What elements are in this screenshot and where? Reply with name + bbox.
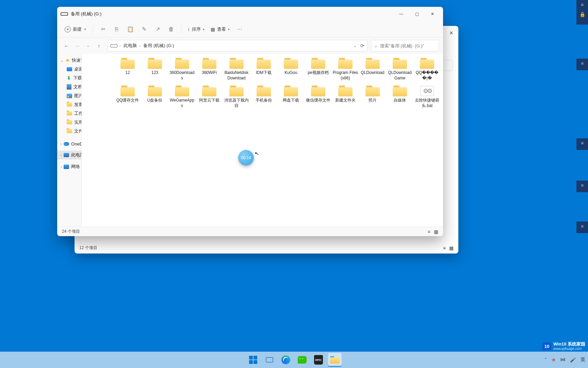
file-item[interactable]: BaiduNetdiskDownload [223, 56, 250, 82]
view-dropdown[interactable]: ▦ 查看 ▾ [208, 24, 232, 34]
file-item[interactable]: IDM下载 [250, 56, 277, 82]
details-view-icon[interactable]: ≡ [443, 245, 446, 251]
sidebar-item-folder[interactable]: 工作总结及书面材料 [57, 109, 81, 118]
refresh-button[interactable]: ⟳ [360, 43, 364, 48]
file-item[interactable]: pe视频存档 [305, 56, 331, 82]
close-button[interactable]: ✕ [425, 7, 440, 21]
file-explorer-icon [330, 356, 340, 364]
file-label: KuGou [278, 70, 304, 76]
search-box[interactable]: ⌕ [371, 40, 439, 51]
file-item[interactable]: QLDownload [359, 56, 386, 82]
minimize-button[interactable]: — [393, 7, 409, 21]
rename-button[interactable]: ✎ [137, 23, 150, 35]
forward-button[interactable]: → [72, 41, 82, 51]
cut-button[interactable]: ✂ [97, 23, 110, 35]
file-item[interactable]: Program Files (x86) [332, 56, 359, 82]
file-label: 12 [115, 70, 141, 76]
epic-button[interactable]: EPIC [312, 353, 325, 367]
titlebar[interactable]: 备用 (机械) (G:) — ▢ ✕ [57, 7, 443, 21]
file-label: 照片 [360, 98, 386, 103]
large-icons-view-icon[interactable]: ▦ [449, 245, 454, 251]
search-input[interactable] [380, 43, 437, 48]
ime-indicator[interactable]: 英 [581, 357, 585, 363]
file-item[interactable]: 微信缓存文件 [305, 83, 331, 110]
file-label: 360WiFi [196, 70, 222, 76]
file-item[interactable]: 新建文件夹 [332, 83, 359, 110]
file-item[interactable]: 网盘下载 [278, 83, 304, 110]
share-button[interactable]: ↗ [151, 23, 164, 35]
up-button[interactable]: ↑ [94, 41, 104, 51]
item-count: 24 个项目 [62, 229, 80, 234]
chevron-down-icon[interactable]: ⌄ [61, 59, 63, 62]
file-item[interactable]: 360Downloads [169, 56, 195, 82]
delete-button[interactable]: 🗑 [165, 23, 178, 35]
large-icons-view-button[interactable]: ▦ [434, 229, 438, 234]
folder-icon [256, 85, 272, 97]
file-label: QLDownloadGame [387, 70, 413, 81]
sidebar-onedrive[interactable]: ›OneDrive - Personal [57, 140, 81, 148]
explorer-button[interactable] [328, 353, 342, 367]
breadcrumb-drive[interactable]: 备用 (机械) (G:) [143, 42, 175, 49]
file-item[interactable]: QQ�����|� [414, 56, 440, 82]
wechat-button[interactable] [295, 353, 309, 367]
edge-button[interactable] [279, 353, 293, 367]
back-button[interactable]: ← [61, 41, 71, 51]
tray-app-icon[interactable]: ❀ [552, 357, 556, 363]
navigation-pane: ⌄ ★ 快速访问 桌面📌 ⬇下载📌 文档📌 图片📌 发票 工作总结及书面材料 实… [57, 54, 82, 227]
copy-button[interactable]: ⎘ [110, 23, 123, 35]
chevron-down-icon: ▾ [84, 28, 86, 31]
chevron-right-icon[interactable]: › [61, 165, 62, 169]
sidebar-this-pc[interactable]: ›此电脑 [57, 151, 81, 159]
file-label: 新建文件夹 [332, 98, 358, 103]
file-item[interactable]: 阿里云下载 [196, 83, 223, 110]
file-item[interactable]: KuGou [278, 56, 304, 82]
file-item[interactable]: U盘备份 [142, 83, 168, 110]
tray-app-icon[interactable]: I×I [560, 357, 565, 362]
back-status-text: 12 个项目 [79, 245, 97, 251]
sidebar-item-pictures[interactable]: 图片📌 [57, 91, 81, 100]
close-icon[interactable]: ✕ [449, 30, 454, 36]
sidebar-item-folder[interactable]: 发票 [57, 100, 81, 109]
chevron-right-icon[interactable]: › [61, 153, 62, 157]
details-view-button[interactable]: ≡ [428, 229, 430, 234]
file-item[interactable]: QQ缓存文件 [114, 83, 141, 110]
file-item[interactable]: 自媒体 [387, 83, 413, 110]
file-list[interactable]: 12123360Downloads360WiFiBaiduNetdiskDown… [82, 54, 443, 227]
folder-icon [201, 57, 217, 70]
sidebar-item-folder[interactable]: 实用工具 [57, 118, 81, 127]
sidebar-quick-access[interactable]: ⌄ ★ 快速访问 [57, 56, 81, 65]
file-label: QLDownload [360, 70, 386, 76]
navigation-row: ← → ⌄ ↑ › 此电脑 › 备用 (机械) (G:) ⌄ ⟳ ⌕ [57, 37, 443, 54]
sidebar-item-folder[interactable]: 文件 [57, 127, 81, 136]
new-button[interactable]: + 新建 ▾ [61, 24, 89, 34]
address-dropdown-icon[interactable]: ⌄ [354, 44, 356, 48]
file-item[interactable]: 123 [142, 56, 168, 82]
sidebar-item-documents[interactable]: 文档📌 [57, 82, 81, 91]
breadcrumb-this-pc[interactable]: 此电脑 [123, 42, 137, 49]
file-item[interactable]: 手机备份 [250, 83, 277, 110]
more-button[interactable]: ⋯ [233, 23, 246, 35]
sidebar-network[interactable]: ›网络 [57, 162, 81, 171]
paste-button[interactable]: 📋 [124, 23, 137, 35]
recording-timer[interactable]: 00:14 [238, 150, 254, 166]
sidebar-item-desktop[interactable]: 桌面📌 [57, 65, 81, 74]
start-button[interactable] [246, 353, 260, 367]
file-item[interactable]: QLDownloadGame [387, 56, 413, 82]
mic-icon[interactable]: 🎤 [570, 357, 576, 363]
onedrive-icon [64, 142, 69, 146]
maximize-button[interactable]: ▢ [409, 7, 425, 21]
task-view-button[interactable] [263, 353, 276, 367]
file-item[interactable]: 浏览器下载内容 [223, 83, 250, 110]
recent-dropdown[interactable]: ⌄ [83, 41, 93, 51]
sort-dropdown[interactable]: ↕ 排序 ▾ [185, 24, 207, 34]
chevron-right-icon[interactable]: › [61, 142, 62, 146]
file-item[interactable]: ⚙⚙去除快捷键箭头.bat [414, 83, 440, 110]
file-item[interactable]: 照片 [359, 83, 386, 110]
file-item[interactable]: 12 [114, 56, 141, 82]
file-item[interactable]: 360WiFi [196, 56, 223, 82]
address-bar[interactable]: › 此电脑 › 备用 (机械) (G:) ⌄ ⟳ [108, 40, 368, 51]
folder-icon [229, 85, 244, 97]
sidebar-item-downloads[interactable]: ⬇下载📌 [57, 74, 81, 82]
file-item[interactable]: WeGameApps [169, 83, 195, 110]
tray-chevron-icon[interactable]: ˄ [544, 357, 547, 363]
